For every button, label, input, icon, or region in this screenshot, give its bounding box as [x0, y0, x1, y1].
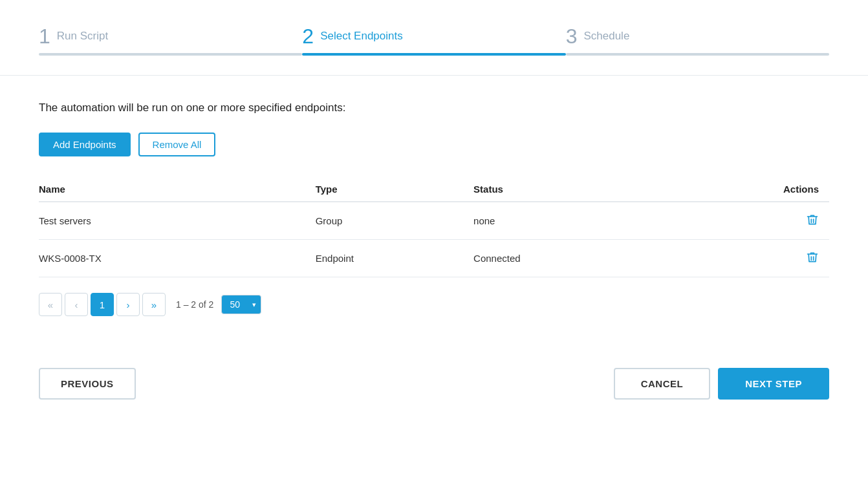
footer-right-buttons: CANCEL NEXT STEP: [614, 368, 829, 400]
pagination: « ‹ 1 › » 1 – 2 of 2 50 25 100 ▾: [39, 293, 829, 316]
step-3-number: 3: [566, 26, 578, 47]
col-header-actions: Actions: [711, 177, 829, 202]
stepper: 1 Run Script 2 Select Endpoints 3 Schedu…: [0, 0, 868, 56]
main-content: The automation will be run on one or mor…: [0, 76, 868, 336]
step-3-bar: [566, 53, 829, 56]
row-actions-cell: [711, 240, 829, 277]
delete-row-button[interactable]: [806, 213, 819, 229]
table-row: WKS-0008-TXEndpointConnected: [39, 240, 829, 277]
row-actions-cell: [711, 202, 829, 240]
step-1-bar: [39, 53, 302, 56]
step-2-label: Select Endpoints: [320, 30, 403, 43]
step-1-number: 1: [39, 26, 50, 47]
table-header-row: Name Type Status Actions: [39, 177, 829, 202]
delete-row-button[interactable]: [806, 250, 819, 266]
endpoints-table: Name Type Status Actions Test serversGro…: [39, 177, 829, 277]
page-range-text: 1 – 2 of 2: [176, 299, 213, 310]
page-next-button[interactable]: ›: [116, 293, 140, 316]
row-type-cell: Endpoint: [316, 240, 473, 277]
action-buttons: Add Endpoints Remove All: [39, 133, 829, 156]
row-name-cell: WKS-0008-TX: [39, 240, 316, 277]
add-endpoints-button[interactable]: Add Endpoints: [39, 133, 131, 156]
step-1: 1 Run Script: [39, 26, 302, 56]
page-1-button[interactable]: 1: [91, 293, 114, 316]
per-page-select[interactable]: 50 25 100: [221, 295, 261, 314]
row-name-cell: Test servers: [39, 202, 316, 240]
step-1-label: Run Script: [57, 30, 108, 43]
next-step-button[interactable]: NEXT STEP: [718, 368, 829, 400]
col-header-name: Name: [39, 177, 316, 202]
step-2-bar: [302, 53, 565, 56]
table-row: Test serversGroupnone: [39, 202, 829, 240]
previous-button[interactable]: PREVIOUS: [39, 368, 136, 400]
page-last-button[interactable]: »: [142, 293, 166, 316]
row-status-cell: Connected: [473, 240, 711, 277]
description-text: The automation will be run on one or mor…: [39, 102, 829, 114]
row-type-cell: Group: [316, 202, 473, 240]
page-first-button[interactable]: «: [39, 293, 62, 316]
footer: PREVIOUS CANCEL NEXT STEP: [0, 348, 868, 419]
step-3: 3 Schedule: [566, 26, 829, 56]
per-page-wrapper: 50 25 100 ▾: [221, 295, 261, 314]
step-2: 2 Select Endpoints: [302, 26, 565, 56]
col-header-type: Type: [316, 177, 473, 202]
col-header-status: Status: [473, 177, 711, 202]
cancel-button[interactable]: CANCEL: [614, 368, 711, 400]
step-2-number: 2: [302, 26, 314, 47]
row-status-cell: none: [473, 202, 711, 240]
step-3-label: Schedule: [583, 30, 629, 43]
page-prev-button[interactable]: ‹: [65, 293, 88, 316]
remove-all-button[interactable]: Remove All: [138, 133, 216, 156]
